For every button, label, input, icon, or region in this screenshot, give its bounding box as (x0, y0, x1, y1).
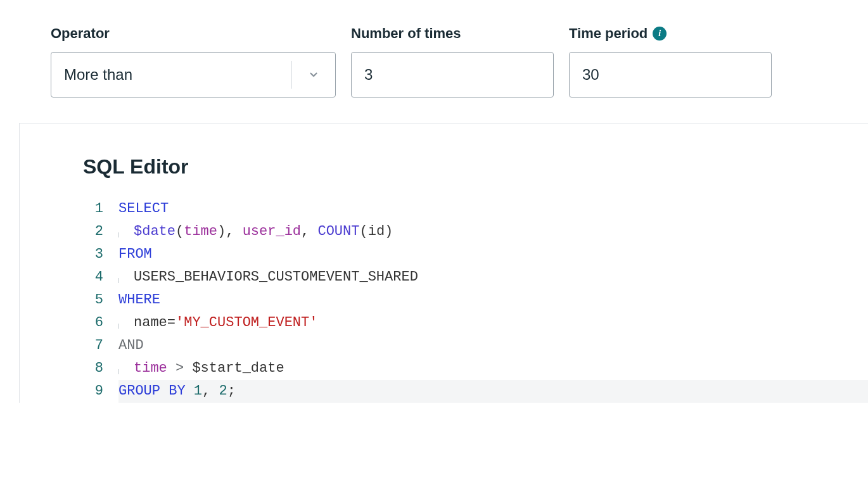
chevron-down-icon (291, 61, 335, 89)
code-line[interactable]: time > $start_date (118, 357, 868, 380)
line-number: 2 (83, 220, 103, 243)
line-number: 4 (83, 266, 103, 289)
code-line[interactable]: AND (118, 334, 868, 357)
code-line[interactable]: GROUP BY 1, 2; (118, 380, 868, 403)
token-table: USERS_BEHAVIORS_CUSTOMEVENT_SHARED (134, 269, 418, 285)
code-line[interactable]: SELECT (118, 198, 868, 220)
sql-editor-title: SQL Editor (83, 155, 868, 179)
operator-select[interactable]: More than (51, 52, 336, 98)
token: name= (134, 315, 176, 331)
sql-editor-section: SQL Editor 1 2 3 4 5 6 7 8 9 SELECT $dat… (19, 123, 868, 403)
token-string: 'MY_CUSTOM_EVENT' (176, 315, 317, 331)
token-keyword: SELECT (118, 201, 169, 217)
token-identifier: time (134, 360, 167, 376)
time-period-label-text: Time period (569, 25, 648, 42)
code-line[interactable]: name='MY_CUSTOM_EVENT' (118, 312, 868, 334)
line-number: 1 (83, 198, 103, 220)
token-identifier: user_id (243, 224, 301, 239)
token-keyword: AND (118, 338, 144, 353)
token: ( (176, 224, 184, 239)
token: ) (217, 224, 226, 239)
token-operator: > (167, 360, 193, 376)
number-of-times-input[interactable] (351, 52, 554, 98)
code-line[interactable]: WHERE (118, 289, 868, 312)
line-number: 3 (83, 243, 103, 266)
token: ; (227, 383, 236, 399)
operator-value: More than (51, 66, 291, 84)
token-identifier: time (184, 224, 217, 239)
number-of-times-field: Number of times (351, 25, 554, 98)
time-period-field: Time period i (569, 25, 772, 98)
code-lines[interactable]: SELECT $date(time), user_id, COUNT(id) F… (118, 198, 868, 403)
line-number: 8 (83, 357, 103, 380)
time-period-label: Time period i (569, 25, 772, 42)
info-icon[interactable]: i (653, 27, 667, 41)
token-keyword: WHERE (118, 292, 160, 308)
filter-row: Operator More than Number of times Time … (0, 0, 868, 117)
token: id (368, 224, 385, 239)
line-number: 6 (83, 312, 103, 334)
token: ) (385, 224, 393, 239)
code-editor[interactable]: 1 2 3 4 5 6 7 8 9 SELECT $date(time), us… (83, 198, 868, 403)
token: ( (359, 224, 367, 239)
code-line[interactable]: USERS_BEHAVIORS_CUSTOMEVENT_SHARED (118, 266, 868, 289)
operator-field: Operator More than (51, 25, 336, 98)
line-number: 7 (83, 334, 103, 357)
token-keyword: GROUP BY (118, 383, 186, 399)
token: $start_date (192, 360, 284, 376)
operator-label: Operator (51, 25, 336, 42)
token-function: COUNT (317, 224, 359, 239)
token-function: $date (134, 224, 176, 239)
line-number: 9 (83, 380, 103, 403)
code-line[interactable]: $date(time), user_id, COUNT(id) (118, 220, 868, 243)
time-period-input[interactable] (569, 52, 772, 98)
token-number: 2 (219, 383, 227, 399)
number-of-times-label: Number of times (351, 25, 554, 42)
token-keyword: FROM (118, 246, 152, 262)
token: , (226, 224, 242, 239)
token: , (301, 224, 317, 239)
code-line[interactable]: FROM (118, 243, 868, 266)
line-number: 5 (83, 289, 103, 312)
token: , (202, 383, 219, 399)
token-number: 1 (194, 383, 202, 399)
line-gutter: 1 2 3 4 5 6 7 8 9 (83, 198, 118, 403)
